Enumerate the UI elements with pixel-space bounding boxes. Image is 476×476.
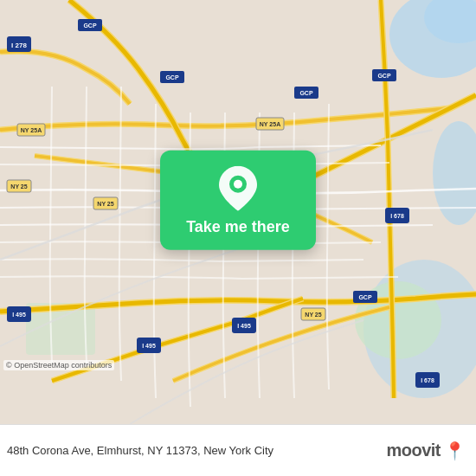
svg-text:GCP: GCP <box>165 74 179 80</box>
action-card[interactable]: Take me there <box>160 151 316 250</box>
svg-text:I 278: I 278 <box>11 42 27 49</box>
svg-text:I 495: I 495 <box>12 312 26 318</box>
svg-text:NY 25A: NY 25A <box>260 121 280 127</box>
svg-text:GCP: GCP <box>299 90 313 96</box>
svg-text:I 678: I 678 <box>421 377 434 383</box>
svg-text:NY 25A: NY 25A <box>21 127 42 133</box>
osm-credit-text: © OpenStreetMap contributors <box>6 361 112 370</box>
map-container: I 278 GCP GCP GCP GCP NY 25A NY 25A NY 2… <box>0 0 476 424</box>
svg-text:NY 25: NY 25 <box>305 312 321 318</box>
svg-text:GCP: GCP <box>358 294 372 300</box>
location-pin-icon <box>219 166 257 211</box>
action-button-label: Take me there <box>186 218 290 236</box>
svg-text:I 495: I 495 <box>142 343 156 349</box>
svg-text:I 678: I 678 <box>390 213 404 219</box>
svg-text:GCP: GCP <box>83 23 97 29</box>
svg-text:I 495: I 495 <box>237 323 251 329</box>
osm-credit: © OpenStreetMap contributors <box>3 360 114 370</box>
bottom-bar: 48th Corona Ave, Elmhurst, NY 11373, New… <box>0 424 476 476</box>
address-text: 48th Corona Ave, Elmhurst, NY 11373, New… <box>7 444 386 457</box>
svg-text:NY 25: NY 25 <box>10 183 27 190</box>
svg-text:GCP: GCP <box>377 73 391 79</box>
svg-point-40 <box>234 180 242 189</box>
svg-text:NY 25: NY 25 <box>97 201 113 207</box>
moovit-logo: moovit 📍 <box>386 441 466 461</box>
moovit-logo-text: moovit <box>386 441 441 460</box>
moovit-pin-icon: 📍 <box>444 441 466 461</box>
